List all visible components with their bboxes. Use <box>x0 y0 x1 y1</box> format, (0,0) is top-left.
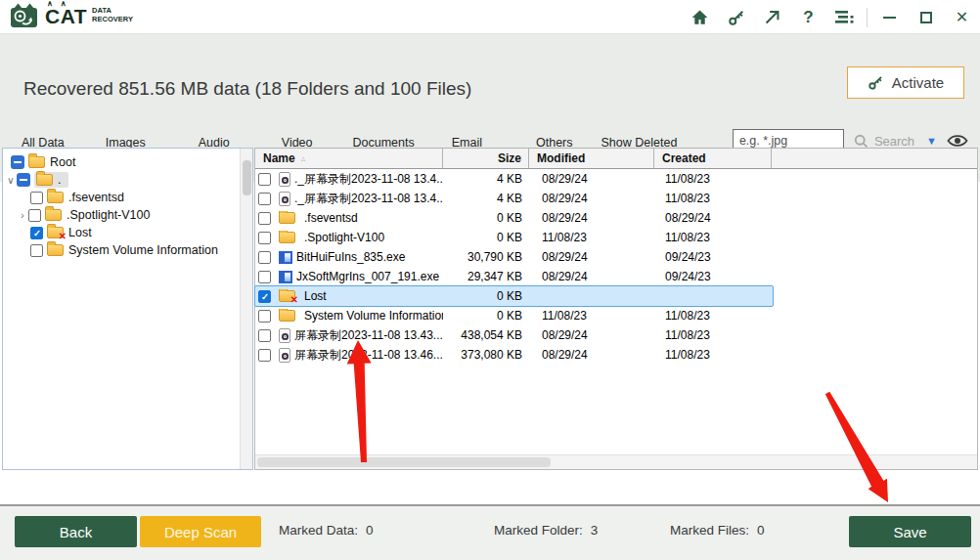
column-header-created[interactable]: Created <box>654 148 772 168</box>
help-icon[interactable]: ? <box>790 0 826 34</box>
checkbox-unchecked[interactable] <box>258 212 271 225</box>
tree-item-label: Lost <box>68 226 92 239</box>
checkbox-unchecked[interactable] <box>28 209 41 222</box>
tree-scrollbar-thumb[interactable] <box>243 160 251 195</box>
checkbox-unchecked[interactable] <box>258 271 271 283</box>
folder-icon <box>47 192 64 203</box>
marked-folder-counter: Marked Folder:3 <box>494 523 598 538</box>
tree-item-spotlight[interactable]: › .Spotlight-V100 <box>3 206 252 224</box>
tree-item-dot[interactable]: ∨ . <box>3 171 252 189</box>
table-row[interactable]: System Volume Information 0 KB 11/08/23 … <box>255 306 977 325</box>
home-icon[interactable] <box>682 0 718 34</box>
table-row-selected[interactable]: Lost 0 KB <box>255 286 773 306</box>
table-row[interactable]: BitHuiFuIns_835.exe 30,790 KB 08/29/24 0… <box>255 247 977 267</box>
file-size: 30,790 KB <box>443 250 529 264</box>
minimize-button[interactable] <box>871 0 908 34</box>
file-created: 11/08/23 <box>654 172 772 186</box>
search-icon[interactable] <box>853 133 869 150</box>
tree-item-root[interactable]: Root <box>3 153 252 171</box>
deleted-folder-icon <box>279 290 295 302</box>
search-dropdown-icon[interactable]: ▼ <box>926 135 937 147</box>
file-created: 11/08/23 <box>654 192 772 205</box>
brand-name: CAT <box>45 6 87 26</box>
tree-item-label: Root <box>50 155 75 169</box>
file-size: 29,347 KB <box>443 270 529 283</box>
tree-item-system-volume[interactable]: System Volume Information <box>3 241 252 259</box>
table-row[interactable]: 屏幕录制2023-11-08 13.46... 373,080 KB 08/29… <box>255 345 977 365</box>
tree-scrollbar[interactable] <box>240 149 252 469</box>
activate-button[interactable]: Activate <box>847 66 964 99</box>
checkbox-unchecked[interactable] <box>258 349 271 362</box>
folder-icon <box>28 156 45 168</box>
titlebar-actions: ? ✕ <box>682 0 980 34</box>
preview-eye-icon[interactable] <box>947 133 968 149</box>
table-row[interactable]: JxSoftMgrIns_007_191.exe 29,347 KB 08/29… <box>255 267 977 286</box>
collapse-minus-icon[interactable] <box>17 173 30 187</box>
table-row[interactable]: 屏幕录制2023-11-08 13.43... 438,054 KB 08/29… <box>255 325 977 345</box>
file-size: 0 KB <box>443 211 529 225</box>
search-label[interactable]: Search <box>874 134 914 149</box>
file-modified: 08/29/24 <box>529 270 654 283</box>
column-header-modified[interactable]: Modified <box>529 148 654 168</box>
checkbox-unchecked[interactable] <box>258 232 271 244</box>
file-modified: 08/29/24 <box>529 348 654 362</box>
table-row[interactable]: ._屏幕录制2023-11-08 13.4... 4 KB 08/29/24 1… <box>255 189 977 208</box>
deep-scan-button[interactable]: Deep Scan <box>140 516 261 547</box>
back-button[interactable]: Back <box>15 516 137 547</box>
column-header-name[interactable]: Name▵ <box>255 148 443 168</box>
upgrade-arrow-icon[interactable] <box>754 0 790 34</box>
file-name: 屏幕录制2023-11-08 13.43... <box>294 327 443 344</box>
file-modified: 08/29/24 <box>529 192 654 205</box>
activate-key-icon <box>868 74 884 91</box>
column-header-empty <box>772 148 977 168</box>
media-file-icon <box>279 192 290 206</box>
folder-icon <box>47 244 64 256</box>
tree-item-lost[interactable]: Lost <box>3 224 252 241</box>
app-window: ∧∧ CAT DATA RECOVERY ? <box>0 0 980 560</box>
footer-bar: Back Deep Scan Marked Data:0 Marked Fold… <box>0 504 980 560</box>
column-header-size[interactable]: Size <box>443 148 529 168</box>
tree-item-label: .Spotlight-V100 <box>67 208 150 222</box>
table-row[interactable]: ._屏幕录制2023-11-08 13.4... 4 KB 08/29/24 1… <box>255 169 977 189</box>
file-name: .fseventsd <box>304 211 358 225</box>
table-header: Name▵ Size Modified Created <box>255 148 977 169</box>
titlebar-separator <box>867 8 868 27</box>
file-name: .Spotlight-V100 <box>304 231 384 244</box>
checkbox-unchecked[interactable] <box>258 310 271 323</box>
file-created: 08/29/24 <box>654 211 772 225</box>
save-button[interactable]: Save <box>849 516 971 547</box>
checkbox-unchecked[interactable] <box>258 329 271 342</box>
file-created: 09/24/23 <box>654 250 772 264</box>
key-icon[interactable] <box>718 0 754 34</box>
close-button[interactable]: ✕ <box>944 0 980 34</box>
checkbox-unchecked[interactable] <box>30 244 43 257</box>
table-row[interactable]: .Spotlight-V100 0 KB 11/08/23 11/08/23 <box>255 228 977 247</box>
file-name: System Volume Information <box>304 309 443 323</box>
media-file-icon <box>279 172 290 187</box>
maximize-button[interactable] <box>908 0 944 34</box>
file-name: BitHuiFuIns_835.exe <box>296 250 405 264</box>
checkbox-unchecked[interactable] <box>30 192 43 204</box>
checkbox-unchecked[interactable] <box>258 251 271 264</box>
tree-item-fseventsd[interactable]: .fseventsd <box>3 189 252 206</box>
folder-icon <box>45 209 62 221</box>
chevron-down-icon[interactable]: ∨ <box>5 175 17 186</box>
collapse-minus-icon[interactable] <box>11 155 24 169</box>
checkbox-checked[interactable] <box>30 227 43 239</box>
media-file-icon <box>279 328 290 343</box>
file-name: JxSoftMgrIns_007_191.exe <box>296 270 439 283</box>
sort-asc-icon: ▵ <box>301 153 306 163</box>
cat-logo-icon <box>10 3 38 28</box>
checkbox-unchecked[interactable] <box>258 193 271 205</box>
file-size: 0 KB <box>443 309 529 323</box>
table-row[interactable]: .fseventsd 0 KB 08/29/24 08/29/24 <box>255 208 977 228</box>
tree-item-label: . <box>58 173 61 187</box>
horizontal-scrollbar-thumb[interactable] <box>257 457 551 467</box>
tree-item-label: System Volume Information <box>68 243 218 257</box>
tree-item-label: .fseventsd <box>68 191 124 204</box>
horizontal-scrollbar[interactable] <box>255 454 977 469</box>
checkbox-unchecked[interactable] <box>258 173 271 186</box>
checkbox-checked[interactable] <box>258 290 271 303</box>
log-list-icon[interactable] <box>826 0 863 34</box>
chevron-right-icon[interactable]: › <box>17 210 28 221</box>
